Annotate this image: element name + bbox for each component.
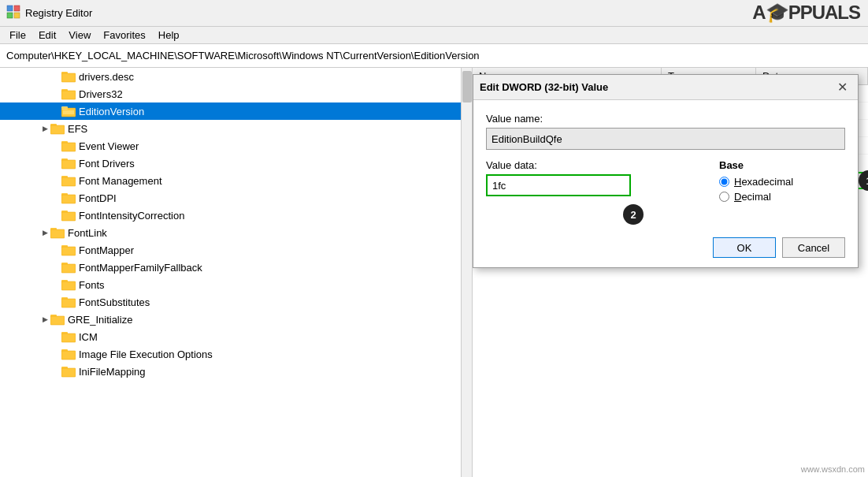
value-name-label: Value name: bbox=[486, 113, 845, 125]
value-data-section: Value data: bbox=[486, 159, 707, 206]
tree-scrollbar[interactable] bbox=[461, 68, 472, 477]
hexadecimal-label: Hexadecimal bbox=[734, 176, 793, 188]
dialog-data-row: Value data: Base Hexadecimal Decimal bbox=[486, 159, 845, 206]
folder-icon bbox=[50, 313, 65, 326]
folder-icon bbox=[61, 296, 76, 308]
folder-icon bbox=[61, 365, 76, 378]
tree-label: Fonts bbox=[79, 279, 105, 291]
edit-dword-dialog: Edit DWORD (32-bit) Value ✕ Value name: … bbox=[473, 74, 859, 268]
tree-scroll-thumb[interactable] bbox=[462, 71, 472, 102]
dialog-close-button[interactable]: ✕ bbox=[833, 78, 851, 97]
folder-icon bbox=[61, 88, 76, 100]
tree-label: FontMapperFamilyFallback bbox=[79, 262, 202, 274]
tree-label: IniFileMapping bbox=[79, 366, 146, 378]
decimal-radio[interactable] bbox=[719, 192, 729, 202]
svg-rect-0 bbox=[7, 6, 13, 11]
expand-arrow-efs[interactable]: ▶ bbox=[39, 123, 50, 134]
value-data-input[interactable] bbox=[486, 174, 631, 196]
dialog-titlebar: Edit DWORD (32-bit) Value ✕ bbox=[473, 75, 858, 100]
menu-view[interactable]: View bbox=[62, 28, 97, 43]
tree-item-fontdpi[interactable]: FontDPI bbox=[0, 189, 461, 207]
tree-item-edition-version[interactable]: EditionVersion bbox=[0, 102, 461, 120]
tree-item-image-file[interactable]: Image File Execution Options bbox=[0, 345, 461, 363]
base-label: Base bbox=[719, 159, 845, 171]
tree-item-fontmapper[interactable]: FontMapper bbox=[0, 241, 461, 259]
tree-item-font-drivers[interactable]: Font Drivers bbox=[0, 155, 461, 172]
value-name-input[interactable] bbox=[486, 128, 845, 150]
tree-item-drivers-desc[interactable]: drivers.desc bbox=[0, 68, 461, 85]
menu-help[interactable]: Help bbox=[152, 28, 186, 43]
tree-item-fontlink[interactable]: ▶ FontLink bbox=[0, 224, 461, 241]
tree-panel: drivers.desc Drivers32 EditionVersion bbox=[0, 68, 473, 477]
radio-hexadecimal[interactable]: Hexadecimal bbox=[719, 176, 845, 188]
folder-icon bbox=[61, 174, 76, 187]
dialog-buttons: OK Cancel bbox=[473, 231, 858, 267]
tree-label: Font Management bbox=[79, 175, 162, 187]
tree-label: drivers.desc bbox=[79, 71, 134, 83]
folder-icon bbox=[61, 209, 76, 222]
tree-item-fonts[interactable]: Fonts bbox=[0, 276, 461, 293]
expand-arrow bbox=[50, 262, 61, 273]
folder-icon-open bbox=[61, 105, 76, 117]
tree-item-fontmapper-family[interactable]: FontMapperFamilyFallback bbox=[0, 259, 461, 276]
tree-label: ICM bbox=[79, 331, 98, 343]
tree-item-event-viewer[interactable]: Event Viewer bbox=[0, 137, 461, 155]
cancel-button[interactable]: Cancel bbox=[782, 237, 845, 258]
tree-item-drivers32[interactable]: Drivers32 bbox=[0, 85, 461, 102]
tree-item-icm[interactable]: ICM bbox=[0, 328, 461, 345]
tree-label: Event Viewer bbox=[79, 140, 139, 152]
folder-icon bbox=[50, 122, 65, 135]
dialog-title: Edit DWORD (32-bit) Value bbox=[480, 81, 608, 93]
tree-label: EditionVersion bbox=[79, 106, 144, 117]
tree-label: FontMapper bbox=[79, 244, 134, 256]
expand-arrow bbox=[50, 244, 61, 255]
expand-arrow bbox=[50, 88, 61, 99]
hexadecimal-radio[interactable] bbox=[719, 177, 729, 187]
tree-item-fontintensity[interactable]: FontIntensityCorrection bbox=[0, 207, 461, 224]
tree-label: EFS bbox=[68, 123, 87, 135]
address-bar: Computer\HKEY_LOCAL_MACHINE\SOFTWARE\Mic… bbox=[0, 44, 868, 68]
expand-arrow-gre[interactable]: ▶ bbox=[39, 314, 50, 325]
menu-edit[interactable]: Edit bbox=[32, 28, 62, 43]
svg-rect-3 bbox=[14, 13, 20, 18]
address-path: Computer\HKEY_LOCAL_MACHINE\SOFTWARE\Mic… bbox=[6, 50, 480, 61]
folder-icon bbox=[61, 70, 76, 83]
value-data-label: Value data: bbox=[486, 159, 707, 171]
folder-icon bbox=[61, 330, 76, 343]
tree-label: Font Drivers bbox=[79, 158, 135, 170]
base-group: Base Hexadecimal Decimal bbox=[719, 159, 845, 206]
folder-icon bbox=[50, 226, 65, 239]
expand-arrow-fontlink[interactable]: ▶ bbox=[39, 227, 50, 238]
svg-rect-13 bbox=[63, 110, 74, 114]
tree-item-gre-initialize[interactable]: ▶ GRE_Initialize bbox=[0, 311, 461, 328]
radio-decimal[interactable]: Decimal bbox=[719, 191, 845, 203]
tree-label: FontSubstitutes bbox=[79, 296, 150, 308]
tree-item-font-management[interactable]: Font Management bbox=[0, 172, 461, 189]
main-content: drivers.desc Drivers32 EditionVersion bbox=[0, 68, 868, 477]
expand-arrow bbox=[50, 140, 61, 151]
tree-label: Drivers32 bbox=[79, 88, 123, 100]
expand-arrow bbox=[50, 366, 61, 377]
expand-arrow bbox=[50, 210, 61, 221]
tree-item-inifile[interactable]: IniFileMapping bbox=[0, 363, 461, 380]
ok-button[interactable]: OK bbox=[713, 237, 776, 258]
app-icon bbox=[6, 5, 20, 21]
folder-icon bbox=[61, 244, 76, 256]
menu-favorites[interactable]: Favorites bbox=[97, 28, 151, 43]
folder-icon bbox=[61, 140, 76, 152]
watermark: www.wsxdn.com bbox=[801, 464, 865, 474]
folder-icon bbox=[61, 261, 76, 274]
expand-arrow bbox=[50, 331, 61, 342]
tree-item-efs[interactable]: ▶ EFS bbox=[0, 120, 461, 137]
expand-arrow bbox=[50, 348, 61, 360]
expand-arrow bbox=[50, 106, 61, 117]
folder-icon bbox=[61, 278, 76, 291]
decimal-label: Decimal bbox=[734, 191, 771, 203]
folder-icon bbox=[61, 348, 76, 360]
title-bar-text: Registry Editor bbox=[25, 7, 92, 19]
folder-icon bbox=[61, 192, 76, 204]
menu-file[interactable]: File bbox=[3, 28, 32, 43]
tree-item-fontsubstitutes[interactable]: FontSubstitutes bbox=[0, 293, 461, 311]
expand-arrow bbox=[50, 71, 61, 82]
expand-arrow bbox=[50, 158, 61, 169]
